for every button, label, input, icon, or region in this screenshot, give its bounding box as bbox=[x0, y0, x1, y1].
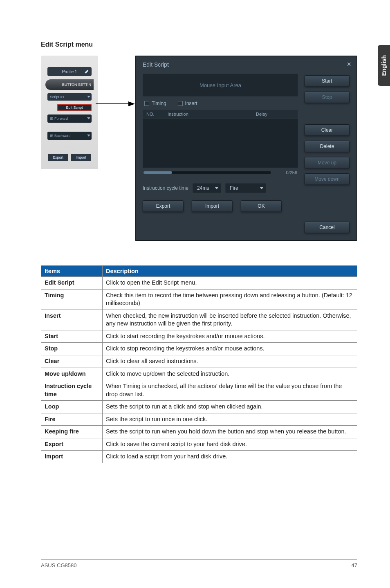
item-name: Start bbox=[41, 330, 103, 343]
table-row: ExportClick to save the current script t… bbox=[41, 438, 357, 451]
item-name: Clear bbox=[41, 355, 103, 368]
export-button[interactable]: Export bbox=[143, 200, 184, 212]
cycle-time-label: Instruction cycle time bbox=[143, 185, 188, 191]
item-description: Click to start recording the keystrokes … bbox=[103, 330, 357, 343]
language-side-tab: English bbox=[378, 45, 390, 86]
page-footer: ASUS CG8580 47 bbox=[41, 559, 357, 568]
chevron-down-icon bbox=[87, 117, 90, 119]
import-mini-button[interactable]: Import bbox=[71, 154, 91, 161]
chevron-down-icon bbox=[87, 135, 90, 137]
svg-marker-1 bbox=[128, 101, 135, 106]
ie-backward-dropdown[interactable]: IE Backward bbox=[47, 132, 92, 140]
language-label: English bbox=[381, 55, 387, 76]
screenshot-row: Profile 1 BUTTON SETTIN Script #1 Edit S… bbox=[41, 56, 357, 241]
description-table: Items Description Edit ScriptClick to op… bbox=[41, 265, 357, 463]
clear-button[interactable]: Clear bbox=[305, 124, 350, 136]
item-description: Click to clear all saved instructions. bbox=[103, 355, 357, 368]
table-row: Keeping fireSets the script to run when … bbox=[41, 426, 357, 438]
footer-product: ASUS CG8580 bbox=[41, 562, 76, 568]
close-icon[interactable]: × bbox=[347, 60, 351, 69]
ok-button[interactable]: OK bbox=[241, 200, 282, 212]
item-name: Keeping fire bbox=[41, 426, 103, 438]
item-description: Sets the script to run at a click and st… bbox=[103, 401, 357, 413]
fire-mode-select[interactable]: Fire bbox=[225, 183, 266, 193]
item-description: Click to open the Edit Script menu. bbox=[103, 277, 357, 290]
item-name: Import bbox=[41, 451, 103, 463]
insert-checkbox[interactable]: Insert bbox=[178, 101, 197, 106]
item-description: Click to stop recording the keystrokes a… bbox=[103, 343, 357, 355]
script-dropdown[interactable]: Script #1 bbox=[47, 93, 92, 101]
col-delay: Delay bbox=[253, 110, 298, 118]
sidebar-panel: Profile 1 BUTTON SETTIN Script #1 Edit S… bbox=[41, 56, 98, 169]
callout-arrow bbox=[98, 56, 135, 137]
table-row: StopClick to stop recording the keystrok… bbox=[41, 343, 357, 355]
ie-forward-dropdown[interactable]: IE Forward bbox=[47, 114, 92, 123]
timing-checkbox[interactable]: Timing bbox=[144, 101, 166, 106]
horizontal-scrollbar[interactable] bbox=[143, 171, 271, 174]
cancel-button[interactable]: Cancel bbox=[305, 222, 350, 233]
item-name: Loop bbox=[41, 401, 103, 413]
table-row: LoopSets the script to run at a click an… bbox=[41, 401, 357, 413]
edit-script-button[interactable]: Edit Script bbox=[57, 104, 92, 111]
instruction-list-header: NO. Instruction Delay bbox=[143, 110, 298, 119]
th-description: Description bbox=[103, 266, 357, 277]
delete-button[interactable]: Delete bbox=[305, 141, 350, 152]
item-name: Export bbox=[41, 438, 103, 451]
item-name: Timing bbox=[41, 289, 103, 310]
checkbox-icon bbox=[178, 101, 183, 106]
item-name: Instruction cycle time bbox=[41, 380, 103, 401]
scrollbar-thumb[interactable] bbox=[143, 171, 172, 174]
export-mini-button[interactable]: Export bbox=[48, 154, 68, 161]
table-row: Move up/downClick to move up/down the se… bbox=[41, 368, 357, 380]
table-row: ClearClick to clear all saved instructio… bbox=[41, 355, 357, 368]
table-row: Edit ScriptClick to open the Edit Script… bbox=[41, 277, 357, 290]
button-settings-tab[interactable]: BUTTON SETTIN bbox=[45, 79, 94, 90]
dialog-title: Edit Script bbox=[143, 61, 169, 68]
item-description: Sets the script to run when you hold dow… bbox=[103, 426, 357, 438]
start-button[interactable]: Start bbox=[305, 75, 350, 87]
profile-selector[interactable]: Profile 1 bbox=[47, 67, 92, 76]
chevron-down-icon bbox=[215, 187, 218, 189]
table-row: Instruction cycle timeWhen Timing is unc… bbox=[41, 380, 357, 401]
item-description: Sets the script to run once in one click… bbox=[103, 413, 357, 426]
item-description: Click to move up/down the selected instr… bbox=[103, 368, 357, 380]
profile-label: Profile 1 bbox=[62, 70, 77, 74]
item-description: Click to load a script from your hard di… bbox=[103, 451, 357, 463]
cycle-time-select[interactable]: 24ms bbox=[193, 183, 221, 193]
table-row: FireSets the script to run once in one c… bbox=[41, 413, 357, 426]
item-name: Insert bbox=[41, 310, 103, 330]
table-row: StartClick to start recording the keystr… bbox=[41, 330, 357, 343]
section-heading: Edit Script menu bbox=[41, 41, 357, 48]
table-row: ImportClick to load a script from your h… bbox=[41, 451, 357, 463]
table-row: TimingCheck this item to record the time… bbox=[41, 289, 357, 310]
item-name: Move up/down bbox=[41, 368, 103, 380]
instruction-list[interactable] bbox=[143, 119, 298, 168]
item-description: Check this item to record the time betwe… bbox=[103, 289, 357, 310]
table-row: InsertWhen checked, the new instruction … bbox=[41, 310, 357, 330]
item-description: When Timing is unchecked, all the action… bbox=[103, 380, 357, 401]
item-description: When checked, the new instruction will b… bbox=[103, 310, 357, 330]
move-down-button[interactable]: Move down bbox=[305, 173, 350, 185]
col-instruction: Instruction bbox=[164, 110, 253, 118]
item-description: Click to save the current script to your… bbox=[103, 438, 357, 451]
chevron-down-icon bbox=[260, 187, 263, 189]
edit-icon bbox=[84, 68, 90, 74]
move-up-button[interactable]: Move up bbox=[305, 157, 350, 168]
th-items: Items bbox=[41, 266, 103, 277]
item-name: Stop bbox=[41, 343, 103, 355]
item-name: Edit Script bbox=[41, 277, 103, 290]
import-button[interactable]: Import bbox=[192, 200, 233, 212]
checkbox-icon bbox=[144, 101, 149, 106]
item-name: Fire bbox=[41, 413, 103, 426]
edit-script-dialog: Edit Script × Mouse Input Area Timing In… bbox=[135, 56, 357, 241]
chevron-down-icon bbox=[87, 96, 90, 98]
mouse-input-area[interactable]: Mouse Input Area bbox=[143, 74, 298, 97]
stop-button[interactable]: Stop bbox=[305, 92, 350, 103]
col-no: NO. bbox=[143, 110, 164, 118]
footer-page-number: 47 bbox=[352, 562, 357, 568]
instruction-counter: 0/256 bbox=[274, 170, 297, 175]
